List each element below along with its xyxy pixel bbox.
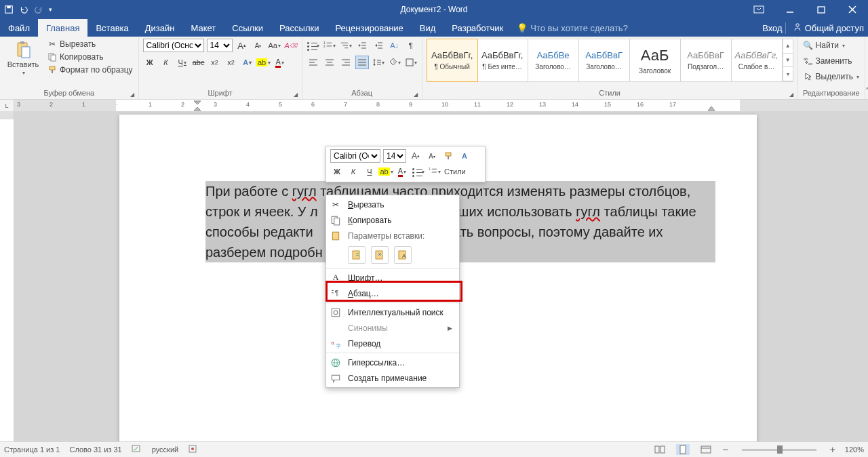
font-size-select[interactable]: 14 xyxy=(207,39,233,52)
mini-numbering[interactable]: 1▾ xyxy=(428,165,441,178)
mini-font-select[interactable]: Calibri (Осн xyxy=(330,149,380,163)
spellcheck-icon[interactable] xyxy=(132,444,142,455)
mini-shrink-font[interactable]: A▾ xyxy=(425,149,439,163)
increase-indent-button[interactable] xyxy=(372,39,385,52)
selected-text[interactable]: При работе с гугл таблицами часто приход… xyxy=(205,181,715,262)
styles-launcher[interactable]: ◢ xyxy=(789,92,793,98)
font-color-button[interactable]: A▾ xyxy=(273,56,287,69)
read-mode-button[interactable] xyxy=(653,444,667,455)
mini-size-select[interactable]: 14 xyxy=(383,149,406,163)
tab-references[interactable]: Ссылки xyxy=(224,19,271,37)
style-normal[interactable]: АаБбВвГг,¶ Обычный xyxy=(427,39,478,82)
ribbon-options-icon[interactable] xyxy=(743,0,774,19)
zoom-in-button[interactable]: + xyxy=(830,444,835,455)
styles-down-icon[interactable]: ▼ xyxy=(783,54,793,68)
format-painter-button[interactable]: Формат по образцу xyxy=(46,64,134,75)
subscript-button[interactable]: x2 xyxy=(208,56,222,69)
ctx-cut[interactable]: ✂ВВырезатьырезать xyxy=(326,197,459,212)
tab-home[interactable]: Главная xyxy=(38,19,87,37)
align-left-button[interactable] xyxy=(307,56,320,69)
tab-review[interactable]: Рецензирование xyxy=(327,19,411,37)
paragraph-launcher[interactable]: ◢ xyxy=(414,92,418,98)
print-layout-button[interactable] xyxy=(676,444,690,455)
show-marks-button[interactable]: ¶ xyxy=(404,39,418,52)
style-emphasis[interactable]: АаБбВвГг,Слабое в… xyxy=(732,39,783,81)
line-spacing-button[interactable]: ▾ xyxy=(372,56,385,69)
ctx-hyperlink[interactable]: Гиперссылка… xyxy=(326,355,459,370)
ctx-paragraph[interactable]: ¶Абзац… xyxy=(326,285,459,301)
mini-bold[interactable]: Ж xyxy=(330,165,344,178)
tab-mailings[interactable]: Рассылки xyxy=(271,19,327,37)
tab-insert[interactable]: Вставка xyxy=(87,19,136,37)
tab-developer[interactable]: Разработчик xyxy=(443,19,511,37)
paste-keep-source[interactable] xyxy=(348,246,366,264)
multilevel-button[interactable]: ▾ xyxy=(339,39,353,52)
web-layout-button[interactable] xyxy=(699,444,713,455)
clipboard-launcher[interactable]: ◢ xyxy=(130,92,134,98)
tab-file[interactable]: Файл xyxy=(0,19,38,37)
highlight-button[interactable]: ab▾ xyxy=(257,56,271,69)
copy-button[interactable]: Копировать xyxy=(46,52,134,62)
shading-button[interactable]: ▾ xyxy=(388,56,401,69)
cut-button[interactable]: ✂Вырезать xyxy=(46,39,134,49)
superscript-button[interactable]: x2 xyxy=(224,56,238,69)
collapse-ribbon-icon[interactable]: ˄ xyxy=(865,87,868,96)
numbering-button[interactable]: 12▾ xyxy=(323,39,336,52)
select-button[interactable]: Выделить▾ xyxy=(802,70,861,83)
mini-bullets[interactable]: ▾ xyxy=(412,165,425,178)
italic-button[interactable]: К xyxy=(159,56,173,69)
align-right-button[interactable] xyxy=(339,56,353,69)
zoom-level[interactable]: 120% xyxy=(845,445,864,454)
underline-button[interactable]: Ч▾ xyxy=(176,56,189,69)
style-heading1[interactable]: АаБбВеЗаголово… xyxy=(528,39,579,81)
paste-text-only[interactable]: A xyxy=(394,246,412,264)
ctx-font[interactable]: AШрифт… xyxy=(326,270,459,285)
replace-button[interactable]: abacЗаменить xyxy=(802,54,854,68)
minimize-icon[interactable] xyxy=(774,0,806,19)
status-page[interactable]: Страница 1 из 1 xyxy=(4,445,60,454)
mini-format-painter[interactable] xyxy=(441,149,455,163)
mini-highlight[interactable]: ab▾ xyxy=(379,165,393,178)
signin-button[interactable]: Вход xyxy=(762,23,782,33)
share-button[interactable]: Общий доступ xyxy=(785,22,864,34)
mini-grow-font[interactable]: A▴ xyxy=(409,149,422,163)
ctx-copy[interactable]: Копировать xyxy=(326,212,459,228)
mini-font-color[interactable]: A▾ xyxy=(395,165,409,178)
tab-view[interactable]: Вид xyxy=(412,19,444,37)
maximize-icon[interactable] xyxy=(806,0,837,19)
mini-underline[interactable]: Ч xyxy=(363,165,376,178)
mini-clear-format[interactable]: A xyxy=(458,149,471,163)
macro-icon[interactable] xyxy=(188,444,197,455)
bullets-button[interactable]: ▾ xyxy=(307,39,320,52)
vertical-ruler[interactable] xyxy=(0,111,14,442)
shrink-font-button[interactable]: A▾ xyxy=(252,39,265,52)
style-nospacing[interactable]: АаБбВвГг,¶ Без инте… xyxy=(477,39,528,81)
borders-button[interactable]: ▾ xyxy=(404,56,418,69)
align-center-button[interactable] xyxy=(323,56,336,69)
paste-merge[interactable] xyxy=(371,246,389,264)
strike-button[interactable]: abc xyxy=(192,56,205,69)
font-name-select[interactable]: Calibri (Осно xyxy=(143,39,204,52)
decrease-indent-button[interactable] xyxy=(355,39,369,52)
justify-button[interactable] xyxy=(355,56,369,69)
zoom-out-button[interactable]: − xyxy=(722,444,728,455)
ctx-synonyms[interactable]: Синонимы▶ xyxy=(326,320,459,336)
grow-font-button[interactable]: A▴ xyxy=(235,39,249,52)
styles-up-icon[interactable]: ▲ xyxy=(783,39,793,54)
ruler-corner[interactable]: L xyxy=(0,100,14,112)
bold-button[interactable]: Ж xyxy=(143,56,157,69)
paste-button[interactable]: Вставить▾ xyxy=(4,39,42,77)
styles-more-icon[interactable]: ▾ xyxy=(783,67,793,81)
zoom-slider[interactable] xyxy=(742,449,816,451)
font-launcher[interactable]: ◢ xyxy=(294,92,298,98)
styles-gallery[interactable]: АаБбВвГг,¶ Обычный АаБбВвГг,¶ Без инте… … xyxy=(427,39,793,82)
ctx-comment[interactable]: Создать примечание xyxy=(326,370,459,386)
status-lang[interactable]: русский xyxy=(152,445,178,454)
change-case-button[interactable]: Aa▾ xyxy=(268,39,281,52)
clear-format-button[interactable]: A⌫ xyxy=(284,39,298,52)
sort-button[interactable]: A↓ xyxy=(388,39,401,52)
mini-styles[interactable]: Стили xyxy=(444,167,466,176)
find-button[interactable]: 🔍Найти▾ xyxy=(802,39,846,52)
mini-italic[interactable]: К xyxy=(347,165,360,178)
ctx-smart-lookup[interactable]: Интеллектуальный поиск xyxy=(326,304,459,320)
